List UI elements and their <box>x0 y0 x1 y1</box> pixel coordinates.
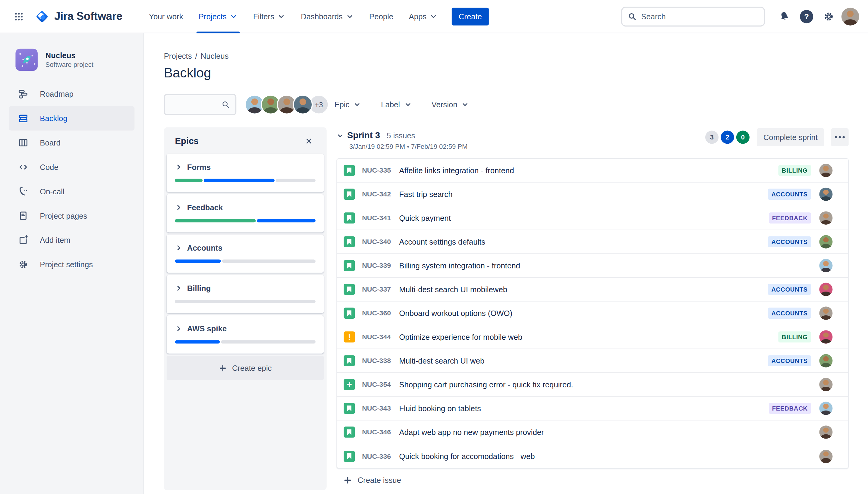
gear-icon <box>17 258 30 271</box>
chevron-down-icon <box>230 12 238 20</box>
issue-row[interactable]: NUC-340 Account settings defaults ACCOUN… <box>337 230 848 254</box>
assignee-avatar[interactable] <box>819 354 832 367</box>
assignee-avatar[interactable] <box>819 450 832 463</box>
epic-progress-bar <box>175 219 316 222</box>
chevron-down-icon <box>346 12 354 20</box>
issue-row[interactable]: NUC-341 Quick payment FEEDBACK <box>337 206 848 230</box>
issue-title: Onboard workout options (OWO) <box>399 309 768 318</box>
chevron-right-icon[interactable] <box>175 325 183 332</box>
chevron-right-icon[interactable] <box>175 284 183 292</box>
nav-item-projects[interactable]: Projects <box>191 0 245 33</box>
chevron-right-icon[interactable] <box>175 244 183 252</box>
search-input[interactable] <box>641 12 758 20</box>
assignee-avatar[interactable] <box>819 188 832 201</box>
nav-item-your-work[interactable]: Your work <box>141 0 191 33</box>
assignee-avatar[interactable] <box>819 235 832 248</box>
chevron-right-icon[interactable] <box>175 204 183 211</box>
create-issue-button[interactable]: Create issue <box>343 476 401 484</box>
assignee-avatar[interactable] <box>819 330 832 344</box>
epic-filter-dropdown[interactable]: Epic <box>329 96 367 114</box>
add-item-icon <box>17 233 30 247</box>
sidebar-item-on-call[interactable]: On-call <box>9 179 134 204</box>
create-epic-button[interactable]: Create epic <box>167 356 324 380</box>
issue-row[interactable]: NUC-360 Onboard workout options (OWO) AC… <box>337 302 848 325</box>
assignee-avatar[interactable] <box>819 378 832 391</box>
sprint-name[interactable]: Sprint 3 <box>347 130 380 140</box>
version-filter-dropdown[interactable]: Version <box>426 96 474 114</box>
search-icon <box>628 12 637 21</box>
notifications-bell-icon[interactable] <box>775 7 794 25</box>
backlog-search-box[interactable] <box>164 94 237 115</box>
assignee-avatar[interactable] <box>819 307 832 320</box>
help-icon[interactable]: ? <box>797 7 816 25</box>
epic-name: Billing <box>187 284 211 292</box>
create-button[interactable]: Create <box>452 7 488 25</box>
sidebar-item-project-settings[interactable]: Project settings <box>9 252 134 277</box>
assignee-avatar[interactable] <box>819 425 832 439</box>
epic-progress-bar <box>175 259 316 263</box>
epic-card-billing[interactable]: Billing <box>167 275 324 313</box>
chevron-down-icon <box>278 12 285 20</box>
sidebar-item-backlog[interactable]: Backlog <box>9 106 134 131</box>
sprint-collapse-chevron-icon[interactable] <box>337 132 344 139</box>
assignee-avatar[interactable] <box>819 283 832 296</box>
issue-row[interactable]: NUC-339 Billing system integration - fro… <box>337 254 848 278</box>
chevron-right-icon[interactable] <box>175 163 183 171</box>
backlog-search-input[interactable] <box>171 100 221 109</box>
breadcrumb-projects-link[interactable]: Projects <box>164 52 192 60</box>
breadcrumb-nucleus-link[interactable]: Nucleus <box>201 52 229 60</box>
issue-row[interactable]: NUC-343 Fluid booking on tablets FEEDBAC… <box>337 397 848 420</box>
issue-title: Affelite links integration - frontend <box>399 166 778 175</box>
epic-card-feedback[interactable]: Feedback <box>167 194 324 232</box>
settings-gear-icon[interactable] <box>819 7 838 25</box>
issue-row[interactable]: NUC-346 Adapt web app no new payments pr… <box>337 420 848 444</box>
nav-right-cluster: ? <box>621 6 859 26</box>
issue-title: Multi-dest search UI web <box>399 356 768 365</box>
sidebar-item-roadmap[interactable]: Roadmap <box>9 82 134 106</box>
team-avatar[interactable] <box>293 95 313 114</box>
issue-row[interactable]: NUC-344 Optimize experience for mobile w… <box>337 325 848 349</box>
project-header[interactable]: Nucleus Software project <box>15 49 93 71</box>
assignee-avatar[interactable] <box>819 211 832 225</box>
sidebar-item-project-pages[interactable]: Project pages <box>9 204 134 228</box>
issue-row[interactable]: NUC-337 Multi-dest search UI mobileweb A… <box>337 278 848 302</box>
epic-card-aws-spike[interactable]: AWS spike <box>167 316 324 354</box>
nav-item-filters[interactable]: Filters <box>245 0 293 33</box>
issue-row[interactable]: NUC-336 Quick booking for accomodations … <box>337 444 848 468</box>
filter-bar: +3 Epic Label Version <box>164 94 849 115</box>
issue-row[interactable]: NUC-338 Multi-dest search UI web ACCOUNT… <box>337 349 848 373</box>
epic-card-forms[interactable]: Forms <box>167 154 324 192</box>
issue-title: Billing system integration - frontend <box>399 261 819 270</box>
assignee-avatar[interactable] <box>819 401 832 415</box>
sprint-issue-count: 5 issues <box>387 131 415 140</box>
sprint-more-button[interactable] <box>831 128 849 146</box>
issue-row[interactable]: NUC-354 Shopping cart purchasing error -… <box>337 373 848 397</box>
nav-item-dashboards[interactable]: Dashboards <box>293 0 362 33</box>
epic-name: Feedback <box>187 203 223 212</box>
assignee-avatar[interactable] <box>819 164 832 177</box>
global-search[interactable] <box>621 6 765 26</box>
jira-backlog-page: Jira Software Your work Projects Filters… <box>0 0 868 494</box>
label-filter-dropdown[interactable]: Label <box>375 96 417 114</box>
issue-key: NUC-360 <box>362 309 394 317</box>
issue-key: NUC-336 <box>362 452 394 460</box>
issue-key: NUC-346 <box>362 428 394 436</box>
issue-title: Quick payment <box>399 213 769 222</box>
sidebar-item-add-item[interactable]: Add item <box>9 228 134 252</box>
issue-key: NUC-342 <box>362 190 394 198</box>
jira-brand[interactable]: Jira Software <box>34 8 122 24</box>
document-icon <box>17 209 30 222</box>
user-avatar[interactable] <box>842 7 859 25</box>
complete-sprint-button[interactable]: Complete sprint <box>757 128 824 146</box>
nav-item-people[interactable]: People <box>362 0 401 33</box>
sidebar-item-board[interactable]: Board <box>9 130 134 155</box>
issue-row[interactable]: NUC-342 Fast trip search ACCOUNTS <box>337 183 848 206</box>
issue-row[interactable]: NUC-335 Affelite links integration - fro… <box>337 159 848 183</box>
close-icon[interactable] <box>302 134 316 148</box>
app-switcher-icon[interactable] <box>10 7 28 25</box>
nav-item-apps[interactable]: Apps <box>401 0 445 33</box>
epic-card-accounts[interactable]: Accounts <box>167 235 324 273</box>
assignee-avatar[interactable] <box>819 259 832 272</box>
inprogress-count-badge: 2 <box>721 130 734 144</box>
sidebar-item-code[interactable]: Code <box>9 155 134 179</box>
